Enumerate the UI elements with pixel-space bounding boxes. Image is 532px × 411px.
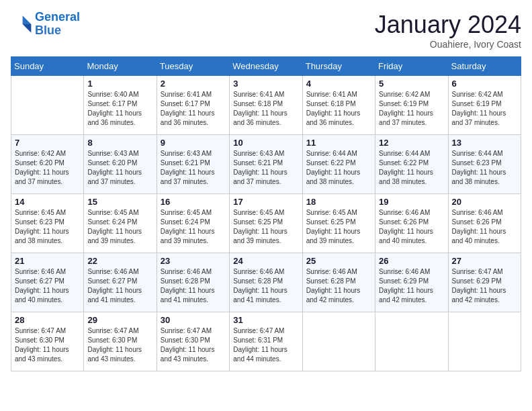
cell-info: Sunrise: 6:42 AM Sunset: 6:19 PM Dayligh…: [379, 90, 444, 128]
table-row: 13Sunrise: 6:44 AM Sunset: 6:23 PM Dayli…: [448, 135, 521, 194]
table-row: 16Sunrise: 6:45 AM Sunset: 6:24 PM Dayli…: [157, 194, 229, 253]
logo: General Blue: [11, 11, 80, 38]
table-row: 19Sunrise: 6:46 AM Sunset: 6:26 PM Dayli…: [375, 194, 448, 253]
table-row: [302, 312, 375, 371]
table-row: 14Sunrise: 6:45 AM Sunset: 6:23 PM Dayli…: [11, 194, 84, 253]
calendar-header-row: Sunday Monday Tuesday Wednesday Thursday…: [11, 57, 521, 76]
cell-info: Sunrise: 6:46 AM Sunset: 6:27 PM Dayligh…: [87, 267, 152, 305]
day-number: 31: [233, 315, 298, 325]
table-row: 11Sunrise: 6:44 AM Sunset: 6:22 PM Dayli…: [302, 135, 375, 194]
table-row: 3Sunrise: 6:41 AM Sunset: 6:18 PM Daylig…: [230, 76, 302, 135]
day-number: 11: [306, 138, 371, 148]
cell-info: Sunrise: 6:46 AM Sunset: 6:27 PM Dayligh…: [15, 267, 80, 305]
table-row: 30Sunrise: 6:47 AM Sunset: 6:30 PM Dayli…: [157, 312, 229, 371]
table-row: 7Sunrise: 6:42 AM Sunset: 6:20 PM Daylig…: [11, 135, 84, 194]
day-number: 15: [87, 197, 152, 207]
day-number: 27: [452, 256, 517, 266]
table-row: [448, 312, 521, 371]
table-row: 21Sunrise: 6:46 AM Sunset: 6:27 PM Dayli…: [11, 253, 84, 312]
day-number: 26: [379, 256, 444, 266]
cell-info: Sunrise: 6:45 AM Sunset: 6:23 PM Dayligh…: [15, 208, 80, 246]
table-row: 10Sunrise: 6:43 AM Sunset: 6:21 PM Dayli…: [230, 135, 302, 194]
col-tuesday: Tuesday: [157, 57, 229, 76]
day-number: 4: [306, 79, 371, 89]
svg-marker-1: [23, 24, 32, 33]
col-wednesday: Wednesday: [230, 57, 302, 76]
day-number: 16: [161, 197, 226, 207]
cell-info: Sunrise: 6:44 AM Sunset: 6:22 PM Dayligh…: [379, 149, 444, 187]
table-row: 25Sunrise: 6:46 AM Sunset: 6:28 PM Dayli…: [302, 253, 375, 312]
cell-info: Sunrise: 6:44 AM Sunset: 6:23 PM Dayligh…: [452, 149, 517, 187]
col-saturday: Saturday: [448, 57, 521, 76]
cell-info: Sunrise: 6:47 AM Sunset: 6:30 PM Dayligh…: [161, 326, 226, 364]
table-row: 12Sunrise: 6:44 AM Sunset: 6:22 PM Dayli…: [375, 135, 448, 194]
day-number: 19: [379, 197, 444, 207]
table-row: 20Sunrise: 6:46 AM Sunset: 6:26 PM Dayli…: [448, 194, 521, 253]
svg-marker-0: [23, 15, 32, 24]
cell-info: Sunrise: 6:43 AM Sunset: 6:21 PM Dayligh…: [233, 149, 298, 187]
table-row: 17Sunrise: 6:45 AM Sunset: 6:25 PM Dayli…: [230, 194, 302, 253]
col-thursday: Thursday: [302, 57, 375, 76]
table-row: [375, 312, 448, 371]
calendar-week-row: 7Sunrise: 6:42 AM Sunset: 6:20 PM Daylig…: [11, 135, 521, 194]
cell-info: Sunrise: 6:40 AM Sunset: 6:17 PM Dayligh…: [87, 90, 152, 128]
table-row: 24Sunrise: 6:46 AM Sunset: 6:28 PM Dayli…: [230, 253, 302, 312]
day-number: 7: [15, 138, 80, 148]
cell-info: Sunrise: 6:46 AM Sunset: 6:28 PM Dayligh…: [233, 267, 298, 305]
table-row: 15Sunrise: 6:45 AM Sunset: 6:24 PM Dayli…: [84, 194, 157, 253]
table-row: 2Sunrise: 6:41 AM Sunset: 6:17 PM Daylig…: [157, 76, 229, 135]
cell-info: Sunrise: 6:42 AM Sunset: 6:19 PM Dayligh…: [452, 90, 517, 128]
cell-info: Sunrise: 6:45 AM Sunset: 6:25 PM Dayligh…: [233, 208, 298, 246]
day-number: 28: [15, 315, 80, 325]
location-subtitle: Ouahiere, Ivory Coast: [375, 39, 521, 50]
cell-info: Sunrise: 6:41 AM Sunset: 6:17 PM Dayligh…: [161, 90, 226, 128]
cell-info: Sunrise: 6:46 AM Sunset: 6:26 PM Dayligh…: [379, 208, 444, 246]
table-row: 8Sunrise: 6:43 AM Sunset: 6:20 PM Daylig…: [84, 135, 157, 194]
table-row: 28Sunrise: 6:47 AM Sunset: 6:30 PM Dayli…: [11, 312, 84, 371]
month-title: January 2024: [375, 11, 521, 39]
title-block: January 2024 Ouahiere, Ivory Coast: [375, 11, 521, 50]
cell-info: Sunrise: 6:45 AM Sunset: 6:24 PM Dayligh…: [87, 208, 152, 246]
day-number: 24: [233, 256, 298, 266]
cell-info: Sunrise: 6:41 AM Sunset: 6:18 PM Dayligh…: [306, 90, 371, 128]
day-number: 23: [161, 256, 226, 266]
logo-text: General Blue: [35, 11, 80, 38]
cell-info: Sunrise: 6:46 AM Sunset: 6:26 PM Dayligh…: [452, 208, 517, 246]
table-row: 5Sunrise: 6:42 AM Sunset: 6:19 PM Daylig…: [375, 76, 448, 135]
cell-info: Sunrise: 6:46 AM Sunset: 6:29 PM Dayligh…: [379, 267, 444, 305]
day-number: 6: [452, 79, 517, 89]
calendar-table: Sunday Monday Tuesday Wednesday Thursday…: [11, 56, 521, 371]
col-monday: Monday: [84, 57, 157, 76]
table-row: 1Sunrise: 6:40 AM Sunset: 6:17 PM Daylig…: [84, 76, 157, 135]
cell-info: Sunrise: 6:47 AM Sunset: 6:30 PM Dayligh…: [87, 326, 152, 364]
table-row: 31Sunrise: 6:47 AM Sunset: 6:31 PM Dayli…: [230, 312, 302, 371]
table-row: 18Sunrise: 6:45 AM Sunset: 6:25 PM Dayli…: [302, 194, 375, 253]
table-row: 4Sunrise: 6:41 AM Sunset: 6:18 PM Daylig…: [302, 76, 375, 135]
day-number: 21: [15, 256, 80, 266]
cell-info: Sunrise: 6:41 AM Sunset: 6:18 PM Dayligh…: [233, 90, 298, 128]
day-number: 1: [87, 79, 152, 89]
table-row: 27Sunrise: 6:47 AM Sunset: 6:29 PM Dayli…: [448, 253, 521, 312]
day-number: 3: [233, 79, 298, 89]
cell-info: Sunrise: 6:45 AM Sunset: 6:24 PM Dayligh…: [161, 208, 226, 246]
cell-info: Sunrise: 6:46 AM Sunset: 6:28 PM Dayligh…: [306, 267, 371, 305]
day-number: 9: [161, 138, 226, 148]
day-number: 17: [233, 197, 298, 207]
day-number: 12: [379, 138, 444, 148]
table-row: 22Sunrise: 6:46 AM Sunset: 6:27 PM Dayli…: [84, 253, 157, 312]
col-friday: Friday: [375, 57, 448, 76]
day-number: 14: [15, 197, 80, 207]
cell-info: Sunrise: 6:45 AM Sunset: 6:25 PM Dayligh…: [306, 208, 371, 246]
table-row: 23Sunrise: 6:46 AM Sunset: 6:28 PM Dayli…: [157, 253, 229, 312]
day-number: 8: [87, 138, 152, 148]
cell-info: Sunrise: 6:42 AM Sunset: 6:20 PM Dayligh…: [15, 149, 80, 187]
table-row: [11, 76, 84, 135]
day-number: 2: [161, 79, 226, 89]
cell-info: Sunrise: 6:44 AM Sunset: 6:22 PM Dayligh…: [306, 149, 371, 187]
day-number: 13: [452, 138, 517, 148]
page-header: General Blue January 2024 Ouahiere, Ivor…: [11, 11, 521, 50]
day-number: 20: [452, 197, 517, 207]
day-number: 25: [306, 256, 371, 266]
day-number: 22: [87, 256, 152, 266]
cell-info: Sunrise: 6:47 AM Sunset: 6:30 PM Dayligh…: [15, 326, 80, 364]
